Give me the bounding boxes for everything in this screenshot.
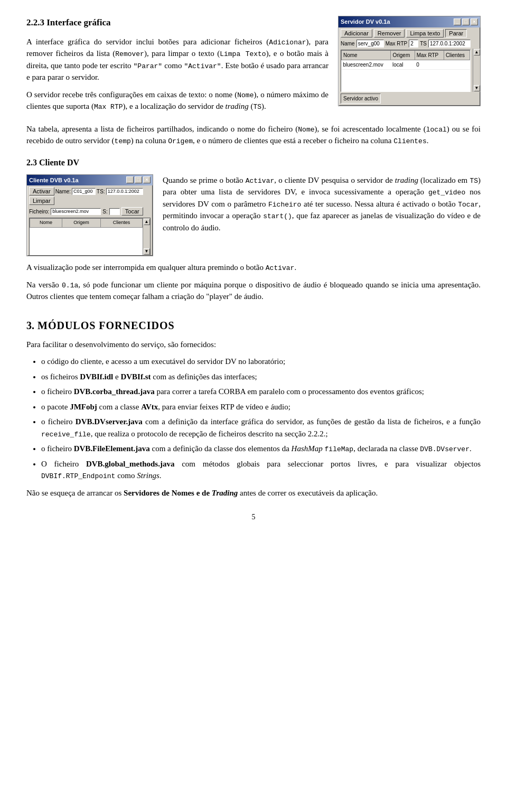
code-tocar: Tocar <box>458 201 478 209</box>
table-cell-origem: local <box>391 60 415 69</box>
server-remove-button[interactable]: Remover <box>374 29 405 38</box>
list-item: o ficheiro DVB.DVserver.java com a defin… <box>41 416 481 440</box>
client-file-row: Ficheiro: S: Tocar <box>27 207 153 217</box>
server-maxrtp-input[interactable] <box>409 40 418 48</box>
para2-end: ). <box>261 102 266 110</box>
para3-text1: Na tabela, apresenta a lista de ficheiro… <box>26 125 298 133</box>
server-clear-button[interactable]: Limpa texto <box>406 29 444 38</box>
section-3-label: Módulos Fornecidos <box>37 318 175 333</box>
win-toolbar-server: Adicionar Remover Limpa texto Parar <box>339 27 480 39</box>
code-maxrtp: Max RTP <box>94 103 123 111</box>
client-win-close-btn[interactable]: × <box>143 176 151 183</box>
win-title-text: Servidor DV v0.1a <box>341 17 390 26</box>
code-remover: Remover <box>115 50 144 58</box>
code-adicionar: Adicionar <box>269 39 306 46</box>
para2-text1: O servidor recebe três configurações em … <box>26 90 237 99</box>
client-ts-input[interactable] <box>106 188 143 195</box>
scroll-up-btn[interactable]: ▲ <box>474 49 480 55</box>
para-3-223: Na tabela, apresenta a lista de ficheiro… <box>26 123 481 147</box>
heading-23: 2.3 Cliente DV <box>26 156 481 169</box>
client-scrollbar[interactable]: ▲ ▼ <box>143 218 150 255</box>
section-3-intro: Para facilitar o desenvolvimento do serv… <box>26 339 481 351</box>
list-item: o ficheiro DVB.corba_thread.java para co… <box>41 386 481 398</box>
code-getvideo: get_video <box>428 189 465 197</box>
cp3-end: de áudio. <box>232 292 264 301</box>
cp2-end: . <box>294 263 296 272</box>
para3-mid1: ), se foi acrescentado localmente ( <box>315 125 426 133</box>
client-row: Cliente DVB v0.1a _ □ × Activar Name: TS… <box>26 174 481 257</box>
server-table-area: Nome Origem Max RTP Clientes bluescreen2… <box>341 50 471 92</box>
code-start: start() <box>263 212 292 220</box>
server-file-table: Nome Origem Max RTP Clientes bluescreen2… <box>341 50 470 70</box>
cp1-m2: (localizado em <box>418 176 470 184</box>
code-ts: TS <box>253 103 262 111</box>
server-add-button[interactable]: Adicionar <box>341 29 372 38</box>
client-scroll-down[interactable]: ▼ <box>144 248 150 255</box>
client-file-label: Ficheiro: <box>29 208 49 216</box>
client-file-input[interactable] <box>51 208 101 215</box>
italic-trading1: trading <box>226 102 249 110</box>
code-clientes: Clientes <box>393 137 426 145</box>
para3-end: . <box>427 136 429 145</box>
client-win-title: Cliente DVB v0.1a _ □ × <box>27 175 153 186</box>
server-status-bar: Servidor activo <box>339 92 480 106</box>
para2-mid2: ), e a localização do servidor de <box>123 102 225 110</box>
para-1-223: A interface gráfica do servidor inclui b… <box>26 36 328 83</box>
heading-223: 2.2.3 Interface gráfica <box>26 16 328 30</box>
server-scrollbar[interactable]: ▲ ▼ <box>473 49 480 92</box>
code-activar-q: "Activar" <box>184 62 221 70</box>
server-status-text: Servidor activo <box>341 94 381 104</box>
section-3-bullet-list: o código do cliente, e acesso a um execu… <box>26 356 481 482</box>
server-dv-win: Servidor DV v0.1a _ □ × Adicionar Remove… <box>338 16 481 106</box>
client-win-title-btns: _ □ × <box>126 176 151 183</box>
win-close-btn[interactable]: × <box>471 18 478 25</box>
server-name-input[interactable] <box>356 40 384 48</box>
win-maximize-btn[interactable]: □ <box>462 18 470 25</box>
code-ficheiro: Ficheiro <box>268 201 301 209</box>
client-col-origem: Origem <box>62 219 101 228</box>
page-content: 2.2.3 Interface gráfica A interface gráf… <box>26 16 481 522</box>
client-s-input[interactable] <box>109 208 120 215</box>
server-table-col-clientes: Clientes <box>444 50 470 60</box>
client-table-area: Nome Origem Clientes ▲ ▼ <box>29 218 151 256</box>
code-local: local <box>426 126 447 134</box>
section-3-title: 3. Módulos Fornecidos <box>26 318 481 333</box>
server-ts-label: TS <box>420 40 427 48</box>
client-win-maximize-btn[interactable]: □ <box>135 176 142 183</box>
section-3: 3. Módulos Fornecidos Para facilitar o d… <box>26 318 481 499</box>
section-23: 2.3 Cliente DV Cliente DVB v0.1a _ □ × A… <box>26 156 481 303</box>
client-s-label: S: <box>102 208 107 216</box>
client-activate-button[interactable]: Activar <box>29 187 54 195</box>
server-stop-button[interactable]: Parar <box>445 29 467 38</box>
server-ts-input[interactable] <box>428 40 471 48</box>
cp3-q1: "player" <box>206 292 232 301</box>
table-row: bluescreen2.mov local 0 <box>342 60 470 69</box>
list-item: o pacote JMFobj com a classe AVtx, para … <box>41 401 481 413</box>
client-toolbar: Activar Name: TS: Limpar <box>27 185 153 207</box>
client-play-button[interactable]: Tocar <box>121 207 143 216</box>
client-name-input[interactable] <box>72 188 96 195</box>
list-item: os ficheiros DVBIf.idl e DVBIf.st com as… <box>41 371 481 383</box>
code-activar2: Activar <box>266 264 295 272</box>
code-nome2: Nome <box>298 126 314 134</box>
client-table-scroll: Nome Origem Clientes <box>30 218 143 255</box>
server-table-col-origem: Origem <box>391 50 415 60</box>
server-fields-row: Name Max RTP TS <box>339 39 480 49</box>
table-cell-maxrtp: 0 <box>415 60 444 69</box>
client-scroll-up[interactable]: ▲ <box>144 219 150 225</box>
section-3-number: 3. <box>26 318 34 333</box>
win-title-btns: _ □ × <box>454 18 478 25</box>
scroll-down-btn[interactable]: ▼ <box>474 85 480 91</box>
code-activar: Activar <box>246 177 275 185</box>
code-ts2: TS <box>470 177 478 185</box>
client-col-clientes: Clientes <box>100 219 142 228</box>
section-3-final-para: Não se esqueça de arrancar os Servidores… <box>26 487 481 499</box>
win-minimize-btn[interactable]: _ <box>454 18 461 25</box>
client-win-minimize-btn[interactable]: _ <box>126 176 134 183</box>
para1-mid4: como <box>162 61 184 70</box>
server-maxrtp-label: Max RTP <box>386 40 408 48</box>
code-01a: 0.1a <box>62 282 78 290</box>
client-text-col: Quando se prime o botão Activar, o clien… <box>163 174 481 239</box>
code-temp: temp <box>115 137 131 145</box>
client-clear-button[interactable]: Limpar <box>29 197 54 205</box>
